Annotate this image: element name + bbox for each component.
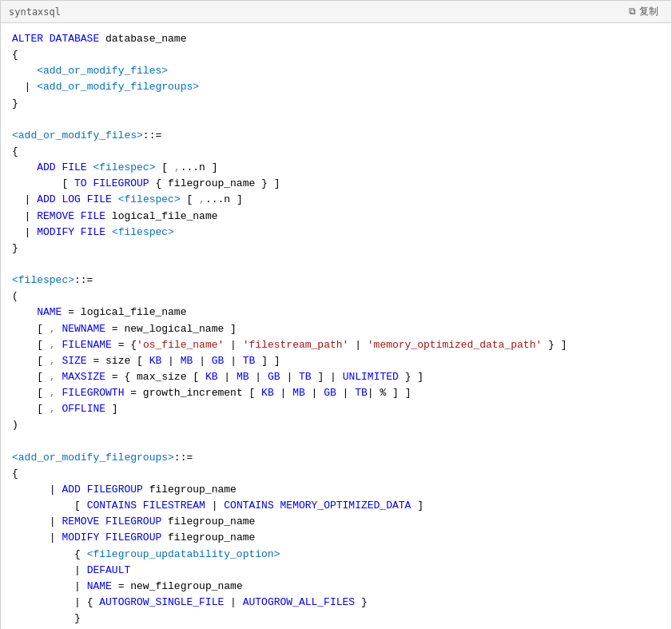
code-line: | MODIFY FILEGROUP filegroup_name	[12, 530, 660, 546]
code-line: | ADD LOG FILE <filespec> [ ,...n ]	[12, 192, 660, 208]
code-line: {	[12, 47, 660, 63]
code-line: ALTER DATABASE database_name	[12, 31, 660, 47]
code-line	[12, 257, 660, 273]
code-line	[12, 112, 660, 128]
code-line: | REMOVE FILEGROUP filegroup_name	[12, 514, 660, 530]
code-line	[12, 434, 660, 450]
code-line: [ , SIZE = size [ KB | MB | GB | TB ] ]	[12, 353, 660, 369]
code-line: | DEFAULT	[12, 563, 660, 579]
code-content: ALTER DATABASE database_name { <add_or_m…	[1, 23, 671, 629]
code-block: syntaxsql ⧉ 复制 ALTER DATABASE database_n…	[0, 0, 672, 629]
code-line: | NAME = new_filegroup_name	[12, 579, 660, 595]
code-line: ADD FILE <filespec> [ ,...n ]	[12, 160, 660, 176]
code-line: }	[12, 241, 660, 257]
code-line: [ , MAXSIZE = { max_size [ KB | MB | GB …	[12, 369, 660, 385]
code-line: [ , FILEGROWTH = growth_increment [ KB |…	[12, 385, 660, 401]
code-line: <add_or_modify_files>	[12, 63, 660, 79]
code-line: { <filegroup_updatability_option>	[12, 547, 660, 563]
code-line: [ CONTAINS FILESTREAM | CONTAINS MEMORY_…	[12, 498, 660, 514]
code-line: | { AUTOGROW_SINGLE_FILE | AUTOGROW_ALL_…	[12, 595, 660, 611]
copy-label: 复制	[639, 5, 658, 18]
code-line: NAME = logical_file_name	[12, 305, 660, 320]
code-line: | ADD FILEGROUP filegroup_name	[12, 482, 660, 498]
code-line: [ , FILENAME = {'os_file_name' | 'filest…	[12, 337, 660, 353]
code-line: }	[12, 611, 660, 627]
copy-button[interactable]: ⧉ 复制	[624, 3, 663, 20]
code-line: {	[12, 466, 660, 482]
code-line: <add_or_modify_filegroups>::=	[12, 450, 660, 466]
code-line: }	[12, 96, 660, 112]
code-line: {	[12, 144, 660, 160]
code-line: <filespec>::=	[12, 273, 660, 289]
code-line: [ , OFFLINE ]	[12, 401, 660, 417]
code-line: | REMOVE FILE logical_file_name	[12, 209, 660, 225]
language-label: syntaxsql	[9, 6, 61, 18]
code-line: | <add_or_modify_filegroups>	[12, 79, 660, 95]
code-line: [ , NEWNAME = new_logical_name ]	[12, 321, 660, 337]
code-line: [ TO FILEGROUP { filegroup_name } ]	[12, 176, 660, 192]
code-line: | MODIFY FILE <filespec>	[12, 225, 660, 241]
copy-icon: ⧉	[629, 6, 636, 18]
code-line: )	[12, 417, 660, 433]
code-header: syntaxsql ⧉ 复制	[1, 1, 671, 23]
code-line: (	[12, 289, 660, 305]
code-line: <add_or_modify_files>::=	[12, 128, 660, 144]
